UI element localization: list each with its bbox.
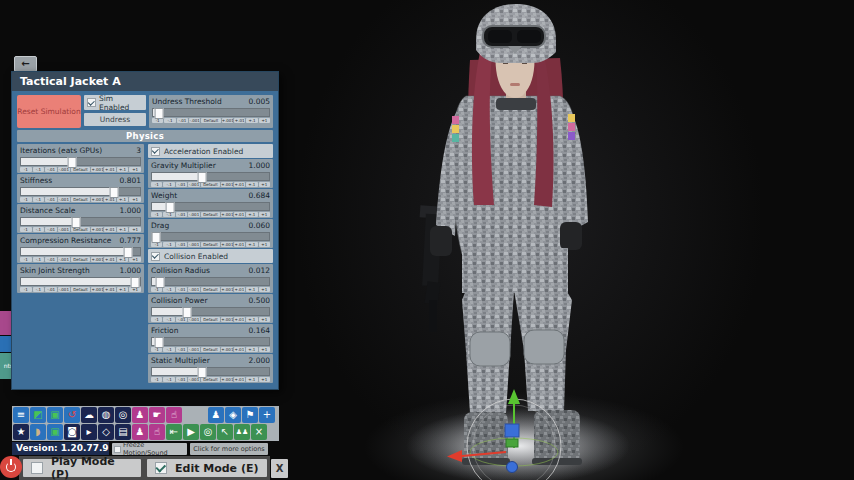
slider-distance-scale[interactable]: Distance Scale 1.000 -1-.1-.01-.001Defau… — [17, 204, 144, 233]
slider-step-button[interactable]: Default — [201, 118, 220, 123]
cursor-select-icon[interactable]: ↖ — [217, 424, 233, 440]
slider-step-button[interactable]: Default — [201, 242, 220, 247]
close-button[interactable]: X — [271, 459, 288, 478]
favorites-icon[interactable]: ★ — [13, 424, 29, 440]
slider-thumb[interactable] — [155, 337, 164, 348]
slider-thumb[interactable] — [151, 232, 160, 243]
notes-icon[interactable]: ▤ — [115, 424, 131, 440]
slider-step-button[interactable]: +.1 — [246, 118, 257, 123]
slider-step-button[interactable]: Default — [201, 212, 220, 217]
person-select-icon[interactable]: ♟ — [132, 424, 148, 440]
slider-thumb[interactable] — [131, 277, 140, 288]
slider-track[interactable] — [151, 277, 270, 286]
security-icon[interactable]: ◇ — [98, 424, 114, 440]
slider-step-button[interactable]: -1 — [151, 212, 162, 217]
slider-thumb[interactable] — [72, 217, 81, 228]
slider-step-button[interactable]: -.1 — [163, 347, 174, 352]
slider-step-button[interactable]: -.01 — [176, 182, 187, 187]
slider-step-button[interactable]: +1 — [259, 242, 270, 247]
navigation-flag-icon[interactable]: ⚑ — [242, 407, 258, 423]
slider-step-button[interactable]: +.01 — [104, 167, 116, 172]
slider-step-button[interactable]: +.01 — [234, 182, 245, 187]
slider-step-button[interactable]: +.1 — [246, 212, 257, 217]
slider-step-button[interactable]: -.1 — [33, 197, 45, 202]
slider-step-button[interactable]: -.001 — [58, 197, 70, 202]
slider-track[interactable] — [20, 157, 141, 166]
slider-friction[interactable]: Friction 0.164 -1-.1-.01-.001Default+.00… — [148, 324, 273, 353]
slider-step-button[interactable]: -1 — [20, 167, 32, 172]
slider-track[interactable] — [20, 217, 141, 226]
slider-track[interactable] — [20, 187, 141, 196]
slider-step-button[interactable]: -.1 — [33, 287, 45, 292]
slider-step-button[interactable]: -.01 — [176, 242, 187, 247]
slider-step-button[interactable]: -.1 — [33, 167, 45, 172]
slider-step-button[interactable]: +1 — [259, 182, 270, 187]
edit-mode-button[interactable]: Edit Mode (E) — [147, 459, 267, 477]
slider-step-button[interactable]: +.001 — [91, 227, 103, 232]
group-select-icon[interactable]: ♟♟ — [234, 424, 250, 440]
slider-step-button[interactable]: +.1 — [117, 227, 129, 232]
slider-step-button[interactable]: -.01 — [45, 227, 57, 232]
slider-track[interactable] — [151, 367, 270, 376]
slider-step-button[interactable]: +.001 — [91, 257, 103, 262]
slider-step-button[interactable]: +1 — [259, 287, 270, 292]
hard-reset-icon[interactable]: ↺ — [64, 407, 80, 423]
slider-step-button[interactable]: Default — [201, 287, 220, 292]
slider-step-button[interactable]: +.01 — [234, 212, 245, 217]
slider-drag[interactable]: Drag 0.060 -1-.1-.01-.001Default+.001+.0… — [148, 219, 273, 248]
slider-step-button[interactable]: +.01 — [234, 347, 245, 352]
slider-step-button[interactable]: -1 — [151, 182, 162, 187]
slider-thumb[interactable] — [124, 247, 133, 258]
slider-step-button[interactable]: +.01 — [234, 317, 245, 322]
slider-collision-radius[interactable]: Collision Radius 0.012 -1-.1-.01-.001Def… — [148, 264, 273, 293]
slider-step-button[interactable]: +.001 — [91, 167, 103, 172]
undress-button[interactable]: Undress — [84, 113, 146, 126]
play-icon[interactable]: ▶ — [183, 424, 199, 440]
slider-step-button[interactable]: +1 — [259, 377, 270, 382]
tools-icon[interactable]: × — [251, 424, 267, 440]
slider-step-button[interactable]: -.01 — [176, 377, 187, 382]
slider-step-button[interactable]: -.1 — [163, 287, 174, 292]
add-person-icon[interactable]: ♟ — [132, 407, 148, 423]
camera-icon[interactable]: ◙ — [64, 424, 80, 440]
slider-gravity-multiplier[interactable]: Gravity Multiplier 1.000 -1-.1-.01-.001D… — [148, 159, 273, 188]
slider-step-button[interactable]: -.1 — [163, 242, 174, 247]
slider-step-button[interactable]: +.01 — [234, 377, 245, 382]
slider-step-button[interactable]: +1 — [129, 227, 141, 232]
load-scene-icon[interactable]: ▣ — [47, 407, 63, 423]
slider-step-button[interactable]: -.1 — [163, 317, 174, 322]
play-mode-button[interactable]: Play Mode (P) — [23, 459, 141, 477]
motion-capture-icon[interactable]: ▸ — [81, 424, 97, 440]
slider-step-button[interactable]: -1 — [151, 377, 162, 382]
hand-grab-icon[interactable]: ☛ — [149, 407, 165, 423]
hand-target-icon[interactable]: ☝ — [149, 424, 165, 440]
save-scene-icon[interactable]: ◩ — [30, 407, 46, 423]
slider-thumb[interactable] — [183, 307, 192, 318]
slider-step-button[interactable]: -.01 — [177, 118, 188, 123]
freeze-motion-sound-button[interactable]: Freeze Motion/Sound — [112, 443, 187, 455]
slider-collision-power[interactable]: Collision Power 0.500 -1-.1-.01-.001Defa… — [148, 294, 273, 323]
slider-step-button[interactable]: +.001 — [222, 118, 233, 123]
record-target-icon[interactable]: ◎ — [200, 424, 216, 440]
more-options-button[interactable]: Click for more options — [190, 443, 268, 455]
package-manager-icon[interactable]: ◍ — [98, 407, 114, 423]
slider-static-multiplier[interactable]: Static Multiplier 2.000 -1-.1-.01-.001De… — [148, 354, 273, 383]
slider-step-button[interactable]: +.01 — [234, 118, 245, 123]
slider-step-button[interactable]: -.01 — [176, 347, 187, 352]
slider-step-button[interactable]: -.1 — [164, 118, 175, 123]
slider-step-button[interactable]: Default — [71, 257, 91, 262]
slider-step-button[interactable]: -.1 — [163, 182, 174, 187]
character-model[interactable] — [420, 4, 588, 465]
slider-step-button[interactable]: +1 — [129, 197, 141, 202]
slider-track[interactable] — [151, 337, 270, 346]
checkbox-acceleration-enabled[interactable]: Acceleration Enabled — [148, 144, 273, 158]
slider-step-button[interactable]: +.001 — [91, 287, 103, 292]
slider-step-button[interactable]: +.001 — [221, 242, 232, 247]
slider-iterations-eats-gpus[interactable]: Iterations (eats GPUs) 3 -1-.1-.01-.001D… — [17, 144, 144, 173]
slider-skin-joint-strength[interactable]: Skin Joint Strength 1.000 -1-.1-.01-.001… — [17, 264, 144, 293]
slider-step-button[interactable]: -.001 — [188, 287, 199, 292]
slider-step-button[interactable]: -1 — [20, 257, 32, 262]
sim-enabled-checkbox[interactable]: Sim Enabled — [84, 95, 146, 110]
slider-compression-resistance[interactable]: Compression Resistance 0.777 -1-.1-.01-.… — [17, 234, 144, 263]
slider-step-button[interactable]: +1 — [259, 118, 270, 123]
